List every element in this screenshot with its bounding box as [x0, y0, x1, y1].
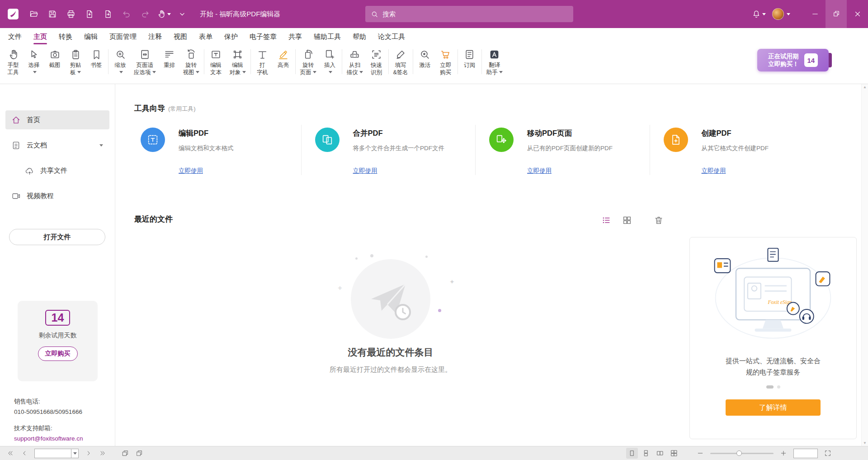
- ribbon-buy-now[interactable]: 立即购买: [435, 47, 456, 77]
- notifications-button[interactable]: [748, 5, 769, 23]
- ribbon-rotate-pages[interactable]: 旋转页面: [297, 47, 320, 77]
- menu-page-manage[interactable]: 页面管理: [104, 28, 142, 45]
- zoom-slider[interactable]: [710, 449, 774, 458]
- search-box[interactable]: 搜索: [365, 6, 573, 22]
- page-number-input[interactable]: [35, 450, 71, 456]
- single-page-snapshot-button[interactable]: [119, 448, 131, 459]
- sidebar-item-label: 云文档: [27, 141, 47, 150]
- fullscreen-button[interactable]: [822, 448, 834, 459]
- export-pdf-button[interactable]: [81, 5, 98, 23]
- scroll-up-icon[interactable]: ▲: [863, 85, 867, 89]
- carousel-dot-active[interactable]: [766, 385, 774, 389]
- tool-card-merge-pdf[interactable]: 合并PDF将多个文件合并生成一个PDF文件立即使用: [301, 125, 476, 175]
- menu-share[interactable]: 共享: [283, 28, 308, 45]
- zoom-slider-track[interactable]: [710, 453, 774, 454]
- minimize-button[interactable]: [804, 0, 826, 28]
- open-file-button[interactable]: 打开文件: [9, 229, 105, 245]
- support-email-link[interactable]: support@foxitsoftware.cn: [14, 435, 83, 442]
- trial-badge[interactable]: 正在试用期 立即购买！ 14: [757, 49, 829, 71]
- redo-button[interactable]: [137, 5, 154, 23]
- ribbon-select[interactable]: 选择: [24, 47, 44, 77]
- learn-more-button[interactable]: 了解详情: [726, 399, 821, 416]
- tool-card-edit-pdf[interactable]: 编辑PDF编辑文档和文本格式立即使用: [134, 125, 301, 175]
- ribbon-typewriter[interactable]: 打字机: [252, 47, 273, 77]
- vertical-scrollbar[interactable]: ▲ ▼: [861, 84, 868, 446]
- ribbon-from-scanner[interactable]: 从扫描仪: [344, 47, 366, 77]
- menu-view[interactable]: 视图: [168, 28, 193, 45]
- single-page-view-button[interactable]: [626, 448, 638, 459]
- sidebar-item-cloud-docs[interactable]: 云文档: [5, 136, 109, 155]
- ribbon-reflow[interactable]: 重排: [159, 47, 180, 70]
- grid-view-button[interactable]: [622, 215, 632, 225]
- use-now-link[interactable]: 立即使用: [353, 167, 471, 175]
- close-button[interactable]: [847, 0, 868, 28]
- ribbon-bookmark[interactable]: 书签: [86, 47, 107, 70]
- ribbon-fit-options[interactable]: 页面适应选项: [131, 47, 159, 77]
- page-number-caret[interactable]: [71, 449, 78, 458]
- tool-card-create-pdf[interactable]: 创建PDF从其它格式文件创建PDF立即使用: [650, 125, 824, 175]
- next-page-button[interactable]: [83, 448, 94, 459]
- ribbon-edit-text[interactable]: 编辑文本: [206, 47, 226, 77]
- scanner-icon: [349, 49, 360, 60]
- continuous-snapshot-button[interactable]: [133, 448, 145, 459]
- ribbon-activate[interactable]: 激活: [415, 47, 435, 70]
- hand-mode-button[interactable]: [155, 5, 172, 23]
- use-now-link[interactable]: 立即使用: [702, 167, 820, 175]
- menu-comment[interactable]: 注释: [142, 28, 168, 45]
- sidebar-item-video-tutorials[interactable]: 视频教程: [5, 186, 109, 205]
- use-now-link[interactable]: 立即使用: [527, 167, 645, 175]
- ribbon-clipboard[interactable]: 剪贴板: [65, 47, 86, 77]
- account-button[interactable]: [769, 5, 793, 23]
- print-button[interactable]: [62, 5, 80, 23]
- last-page-button[interactable]: [97, 448, 108, 459]
- buy-now-button[interactable]: 立即购买: [38, 346, 78, 361]
- restore-button[interactable]: [826, 0, 847, 28]
- ribbon-edit-object[interactable]: 编辑对象: [226, 47, 249, 77]
- expand-caret-icon[interactable]: [99, 144, 103, 147]
- menu-accessibility[interactable]: 辅助工具: [308, 28, 347, 45]
- scroll-down-icon[interactable]: ▼: [863, 441, 867, 445]
- zoom-in-button[interactable]: [778, 448, 789, 459]
- zoom-slider-thumb[interactable]: [736, 451, 742, 456]
- continuous-view-button[interactable]: [640, 448, 652, 459]
- use-now-link[interactable]: 立即使用: [179, 167, 297, 175]
- translate-icon: [489, 49, 500, 60]
- menu-convert[interactable]: 转换: [53, 28, 78, 45]
- ribbon-hand-tool[interactable]: 手型工具: [3, 47, 24, 77]
- menu-paper-tools[interactable]: 论文工具: [372, 28, 411, 45]
- sidebar-item-shared-files[interactable]: 共享文件: [19, 161, 109, 180]
- menu-form[interactable]: 表单: [193, 28, 218, 45]
- ribbon-separator: [204, 49, 204, 74]
- ribbon-translate-assistant[interactable]: 翻译助手: [483, 47, 506, 77]
- facing-view-button[interactable]: [654, 448, 666, 459]
- open-file-button[interactable]: [25, 5, 42, 23]
- carousel-dot[interactable]: [777, 385, 780, 389]
- clear-recent-button[interactable]: [654, 215, 664, 225]
- ribbon-rotate-view[interactable]: 旋转视图: [180, 47, 203, 77]
- zoom-percentage-input[interactable]: [793, 449, 818, 458]
- ribbon-fill-sign[interactable]: 填写&签名: [390, 47, 411, 77]
- ribbon-snapshot[interactable]: 截图: [44, 47, 65, 70]
- ribbon-quick-ocr[interactable]: 快速识别: [366, 47, 387, 77]
- facing-continuous-view-button[interactable]: [668, 448, 680, 459]
- send-document-button[interactable]: [99, 5, 117, 23]
- menu-home[interactable]: 主页: [28, 28, 53, 45]
- reflow-icon: [164, 49, 175, 60]
- menu-protect[interactable]: 保护: [218, 28, 244, 45]
- menu-file[interactable]: 文件: [2, 28, 28, 45]
- zoom-out-button[interactable]: [694, 448, 706, 459]
- bell-icon: [752, 9, 761, 19]
- sidebar-item-home[interactable]: 首页: [5, 110, 109, 129]
- ribbon-subscribe[interactable]: 订阅: [459, 47, 480, 70]
- list-view-button[interactable]: [601, 215, 611, 225]
- menu-help[interactable]: 帮助: [347, 28, 372, 45]
- ribbon-highlight[interactable]: 高亮: [273, 47, 294, 70]
- tool-card-move-pdf-pages[interactable]: 移动PDF页面从已有的PDF页面创建新的PDF立即使用: [475, 125, 650, 175]
- save-button[interactable]: [44, 5, 61, 23]
- customize-quick-access-button[interactable]: [174, 5, 191, 23]
- ribbon-insert[interactable]: 插入: [320, 47, 340, 77]
- ribbon-zoom[interactable]: 缩放: [110, 47, 131, 77]
- menu-esign[interactable]: 电子签章: [244, 28, 283, 45]
- undo-button[interactable]: [118, 5, 135, 23]
- menu-edit[interactable]: 编辑: [78, 28, 104, 45]
